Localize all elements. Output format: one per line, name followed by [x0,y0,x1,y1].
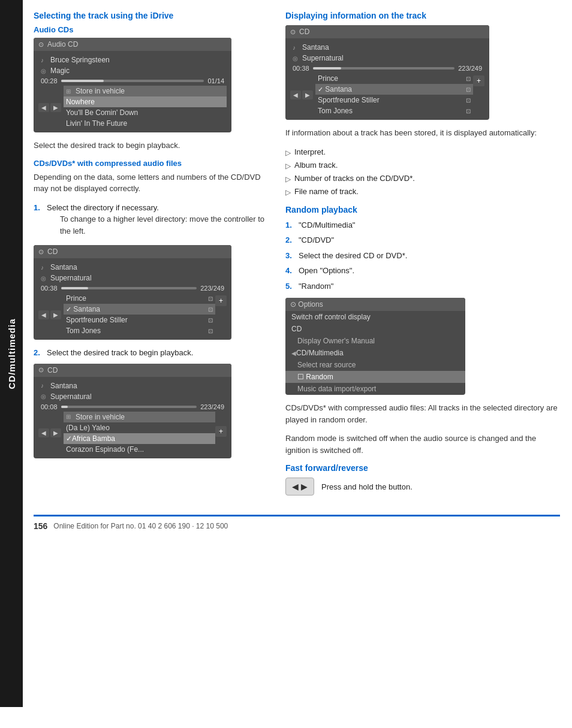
prince-row2[interactable]: Prince ⊡ [315,73,473,84]
nav-arrows4: ◀ ▶ [290,88,315,102]
arrow-icon3: ▷ [285,174,291,185]
store-vehicle-row3[interactable]: ⊞ Store in vehicle [64,412,215,422]
options-row-cd[interactable]: CD [285,323,465,335]
santana-store-icon: ⊡ [208,306,213,313]
options-row-random[interactable]: ☐ Random [285,371,465,383]
progress-bar3 [61,406,197,408]
cd-ui2: ⊙ CD ♪ Santana ◎ Supernatural 00:38 [34,245,231,340]
plus-button3[interactable]: + [215,426,227,437]
santana-row[interactable]: ✓ Santana ⊡ [64,304,215,315]
corazon-row[interactable]: Corazon Espinado (Fe... [64,444,215,455]
cd4-album-row: ◎ Supernatural [290,53,484,64]
arrow-icon2: ▷ [285,161,291,171]
options-row-manual[interactable]: Display Owner's Manual [285,335,465,347]
person-icon2: ♪ [41,264,50,271]
cd3-album-row: ◎ Supernatural [38,391,227,402]
ff-title: Fast forward/reverse [285,463,560,473]
ff-text: Press and hold the button. [321,482,413,491]
nav-arrows3: ◀ ▶ [38,426,64,440]
cd3-artist-row: ♪ Santana [38,380,227,391]
options-row-music[interactable]: Music data import/export [285,383,465,395]
africa-row[interactable]: ✓ Africa Bamba [64,433,215,444]
plus-button4[interactable]: + [473,75,484,86]
page-number: 156 [34,521,47,531]
random-text1: CDs/DVDs* with compressed audio files: A… [285,402,560,425]
random-step2: 2. "CD/DVD" [285,234,560,246]
comin-down-row[interactable]: You'll Be Comin' Down [64,107,227,118]
santana-row2[interactable]: ✓ Santana ⊡ [315,84,473,95]
yaleo-row[interactable]: (Da Le) Yaleo [64,422,215,433]
cd2-progress-row: 00:38 223/249 [38,283,227,293]
ff-button[interactable]: ◀ ▶ [285,478,314,496]
fast-forward-section: ◀ ▶ Press and hold the button. [285,478,560,496]
nowhere-row[interactable]: Nowhere [64,96,227,107]
ff-forward-icon: ▶ [301,482,308,491]
tomjones-row2[interactable]: Tom Jones ⊡ [315,105,473,116]
options-row-rear[interactable]: Select rear source [285,359,465,371]
cd-progress-row: 00:28 01/14 [38,76,227,86]
random-steps-list: 1. "CD/Multimedia" 2. "CD/DVD" 3. Select… [285,219,560,292]
cd-icon3: ⊙ [38,366,44,374]
plus-button2[interactable]: + [215,295,227,306]
livin-future-row[interactable]: Livin' In The Future [64,118,227,129]
cd-ui3-header: ⊙ CD [34,364,231,377]
person-icon3: ♪ [41,382,50,389]
store-vehicle-row1[interactable]: ⊞ Store in vehicle [64,86,227,96]
sidebar-label: CD/multimedia [0,0,23,707]
cd2-artist-row: ♪ Santana [38,262,227,273]
tom-store-icon: ⊡ [208,328,213,334]
prev-button1[interactable]: ◀ [38,103,49,112]
cd-ui2-header: ⊙ CD [34,245,231,258]
audio-cds-subtitle: Audio CDs [34,25,267,34]
step1-indent: To change to a higher level directory: m… [60,213,267,237]
random-step3: 3. Select the desired CD or DVD*. [285,250,560,262]
arrow-icon4: ▷ [285,187,291,198]
steps-list1: 1. Select the directory if necessary. To… [34,202,267,242]
next-button2[interactable]: ▶ [50,310,61,319]
prev-button3[interactable]: ◀ [38,428,49,437]
cd-icon2: ⊙ [38,248,44,256]
para1: Select the desired track to begin playba… [34,140,267,152]
next-button3[interactable]: ▶ [50,428,61,437]
nav-arrows1: ◀ ▶ [38,101,64,114]
sportfreunde-row[interactable]: Sportfreunde Stiller ⊡ [64,315,215,325]
person-icon: ♪ [41,57,50,64]
options-row-switch[interactable]: Switch off control display [285,311,465,323]
prev-button2[interactable]: ◀ [38,310,49,319]
tomjones-row[interactable]: Tom Jones ⊡ [64,325,215,336]
bullet-item-2: ▷ Album track. [285,159,560,171]
progress-bar4 [313,67,455,70]
footer-text: Online Edition for Part no. 01 40 2 606 … [53,522,228,530]
cd3-progress-row: 00:08 223/249 [38,402,227,412]
store-icon3: ⊞ [66,413,76,420]
progress-bar [61,80,204,82]
arrow-icon1: ▷ [285,147,291,158]
prince-row[interactable]: Prince ⊡ [64,293,215,304]
prince-store-icon2: ⊡ [466,75,471,82]
next-button1[interactable]: ▶ [50,103,61,112]
cd-ui3: ⊙ CD ♪ Santana ◎ Supernatural 00:08 [34,364,231,458]
santana-store-icon2: ⊡ [466,86,471,93]
options-ui: ⊙ Options Switch off control display CD … [285,298,465,395]
sport-store-icon2: ⊡ [466,97,471,104]
options-left-arrow: ◀ [291,350,296,357]
compressed-subtitle: CDs/DVDs* with compressed audio files [34,159,267,168]
bullet-item-1: ▷ Interpret. [285,146,560,158]
progress-fill2 [61,287,88,289]
para2: Depending on the data, some letters and … [34,171,267,195]
options-row-cdmm[interactable]: ◀ CD/Multimedia [285,347,465,359]
right-column: Displaying information on the track ⊙ CD… [285,11,560,503]
cd-icon1: ⊙ [38,41,44,49]
random-step4: 4. Open "Options". [285,265,560,277]
next-button4[interactable]: ▶ [302,90,313,99]
store-icon1: ⊞ [66,88,76,95]
prev-button4[interactable]: ◀ [290,90,301,99]
cd4-artist-row: ♪ Santana [290,42,484,53]
sportfreunde-row2[interactable]: Sportfreunde Stiller ⊡ [315,95,473,105]
random-step5: 5. "Random" [285,280,560,292]
tom-store-icon2: ⊡ [466,108,471,114]
progress-bar2 [61,287,197,289]
left-column: Selecting the track using the iDrive Aud… [34,11,267,503]
cd4-progress-row: 00:38 223/249 [290,64,484,73]
disc-icon3: ◎ [41,393,50,400]
